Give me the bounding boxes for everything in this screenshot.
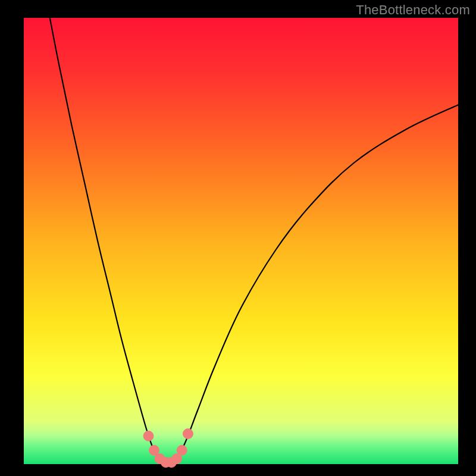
curve-marker [149, 445, 159, 455]
curve-marker [143, 431, 154, 441]
chart-svg [0, 0, 476, 476]
plot-area [24, 18, 458, 464]
watermark-text: TheBottleneck.com [356, 2, 470, 18]
curve-marker [183, 429, 193, 439]
chart-root: TheBottleneck.com [0, 0, 476, 476]
curve-marker [177, 445, 187, 455]
